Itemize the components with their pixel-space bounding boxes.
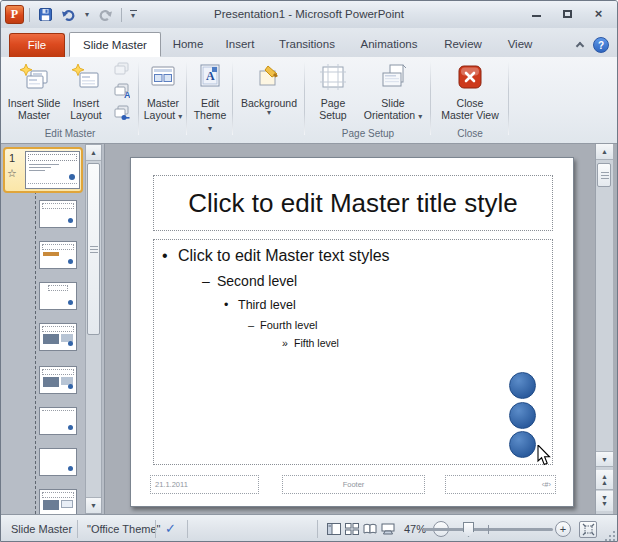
slide-scrollbar-thumb[interactable] <box>597 163 611 187</box>
decorative-circle[interactable] <box>509 372 536 399</box>
layout-thumbnail[interactable] <box>39 241 77 269</box>
status-theme-name[interactable]: "Office Theme" <box>87 515 160 542</box>
edit-theme-button[interactable]: A Edit Theme ▾ <box>190 60 230 126</box>
title-placeholder-text: Click to edit Master title style <box>188 188 517 219</box>
tab-slide-master[interactable]: Slide Master <box>69 32 161 57</box>
tab-animations[interactable]: Animations <box>349 32 429 57</box>
ribbon-tab-row: File Slide Master Home Insert Transition… <box>1 28 617 57</box>
group-label-close: Close <box>432 128 508 139</box>
zoom-in-button[interactable]: + <box>555 521 571 537</box>
rename-icon: A <box>113 83 130 99</box>
slide-number-placeholder[interactable]: ‹#› <box>445 475 556 494</box>
thumbnail-number: 1 <box>9 152 15 164</box>
insert-layout-button[interactable]: Insert Layout <box>64 60 108 126</box>
group-edit-master: Insert Slide Master Insert Layout <box>3 57 137 142</box>
thumbnail-scrollbar-thumb[interactable] <box>87 163 100 335</box>
help-button[interactable]: ? <box>593 37 609 53</box>
minimize-button[interactable] <box>524 5 549 22</box>
layout-thumbnail[interactable] <box>39 282 77 310</box>
layout-thumbnail[interactable] <box>39 489 77 517</box>
tab-file[interactable]: File <box>9 33 65 57</box>
insert-slide-master-button[interactable]: Insert Slide Master <box>5 60 63 126</box>
layout-thumbnail[interactable] <box>39 323 77 351</box>
group-label-page-setup: Page Setup <box>306 128 430 139</box>
status-bar: Slide Master "Office Theme" ✓ 47% − + <box>1 514 617 542</box>
close-master-view-button[interactable]: Close Master View <box>439 60 501 126</box>
slide-show-button[interactable] <box>381 523 395 535</box>
insert-slide-master-icon <box>6 63 62 97</box>
tab-review[interactable]: Review <box>435 32 491 57</box>
page-setup-icon <box>312 63 354 97</box>
tab-transitions[interactable]: Transitions <box>269 32 345 57</box>
dropdown-arrow-icon: ▾ <box>239 109 299 116</box>
group-edit-theme: A Edit Theme ▾ <box>188 57 232 142</box>
layout-thumbnail[interactable] <box>39 200 77 228</box>
title-bar: P ▾ <box>1 1 617 28</box>
minimize-icon <box>532 14 541 17</box>
master-layout-label: Master Layout <box>144 97 179 121</box>
date-placeholder[interactable]: 21.1.2011 <box>150 475 259 494</box>
slide-master-canvas[interactable]: Click to edit Master title style •Click … <box>130 157 574 507</box>
slide-sorter-view-button[interactable] <box>345 523 359 535</box>
next-slide-button[interactable]: ▼▼ <box>596 491 613 511</box>
body-level-5: »Fifth level <box>282 337 339 349</box>
page-setup-label: Page Setup <box>319 97 346 121</box>
close-icon: × <box>595 7 603 20</box>
master-layout-icon <box>142 63 184 97</box>
restore-icon <box>563 10 572 18</box>
close-button[interactable]: × <box>586 5 611 22</box>
body-level-2: –Second level <box>202 273 297 289</box>
preserve-icon <box>113 105 130 121</box>
delete-icon <box>113 61 130 77</box>
slide-scrollbar[interactable]: ▲ ▼ ▲▲ ▼▼ <box>595 144 613 514</box>
tab-view[interactable]: View <box>497 32 543 57</box>
tab-insert[interactable]: Insert <box>215 32 265 57</box>
body-placeholder[interactable]: •Click to edit Master text styles –Secon… <box>153 239 553 465</box>
fit-slide-to-window-button[interactable] <box>579 521 597 538</box>
layout-thumbnail[interactable] <box>39 366 77 394</box>
decorative-circle[interactable] <box>509 402 536 429</box>
rename-button[interactable]: A <box>109 81 133 101</box>
thumbnail-scrollbar[interactable]: ▲ ▼ <box>85 144 102 514</box>
spell-check-icon[interactable]: ✓ <box>165 515 176 542</box>
scroll-down-icon[interactable]: ▼ <box>596 451 613 467</box>
master-thumbnail-selected[interactable]: 1 ☆ <box>3 147 83 193</box>
layout-connector-line <box>35 191 36 514</box>
slide-orientation-button[interactable]: Slide Orientation ▾ <box>358 60 428 126</box>
zoom-slider-thumb[interactable] <box>463 522 474 537</box>
date-text: 21.1.2011 <box>155 480 188 489</box>
zoom-slider-midpoint <box>488 525 489 534</box>
previous-slide-button[interactable]: ▲▲ <box>596 470 613 490</box>
window-resize-grip[interactable] <box>603 529 615 541</box>
svg-text:A: A <box>124 90 130 99</box>
slide-thumbnail-panel: 1 ☆ ▲ <box>1 144 105 514</box>
layout-thumbnail[interactable] <box>39 448 77 476</box>
close-master-view-icon <box>440 63 500 97</box>
reading-view-button[interactable] <box>363 523 377 535</box>
restore-button[interactable] <box>555 5 580 22</box>
page-setup-button[interactable]: Page Setup <box>311 60 355 126</box>
dropdown-arrow-icon: ▾ <box>418 112 422 121</box>
collapse-ribbon-chevron-icon[interactable] <box>577 41 585 49</box>
insert-layout-label: Insert Layout <box>70 97 102 121</box>
scroll-up-icon[interactable]: ▲ <box>86 145 101 161</box>
layout-thumbnail[interactable] <box>39 407 77 435</box>
title-placeholder[interactable]: Click to edit Master title style <box>153 175 553 231</box>
preserved-star-icon: ☆ <box>7 167 17 180</box>
scroll-up-icon[interactable]: ▲ <box>596 144 613 160</box>
background-button[interactable]: Background ▾ <box>238 60 300 126</box>
status-view-mode[interactable]: Slide Master <box>11 515 72 542</box>
normal-view-button[interactable] <box>327 523 341 535</box>
background-icon <box>239 63 299 97</box>
preserve-button[interactable] <box>109 103 133 123</box>
group-background: Background ▾ <box>234 57 304 142</box>
decorative-circle[interactable] <box>509 431 536 458</box>
footer-placeholder[interactable]: Footer <box>282 475 425 494</box>
group-page-setup: Page Setup Slide Orientation ▾ Page Set <box>306 57 430 142</box>
scroll-down-icon[interactable]: ▼ <box>86 497 101 513</box>
master-layout-button[interactable]: Master Layout ▾ <box>141 60 185 126</box>
group-close: Close Master View Close <box>432 57 508 142</box>
body-level-4: –Fourth level <box>248 319 317 331</box>
slide-orientation-icon <box>359 63 427 97</box>
tab-home[interactable]: Home <box>164 32 212 57</box>
